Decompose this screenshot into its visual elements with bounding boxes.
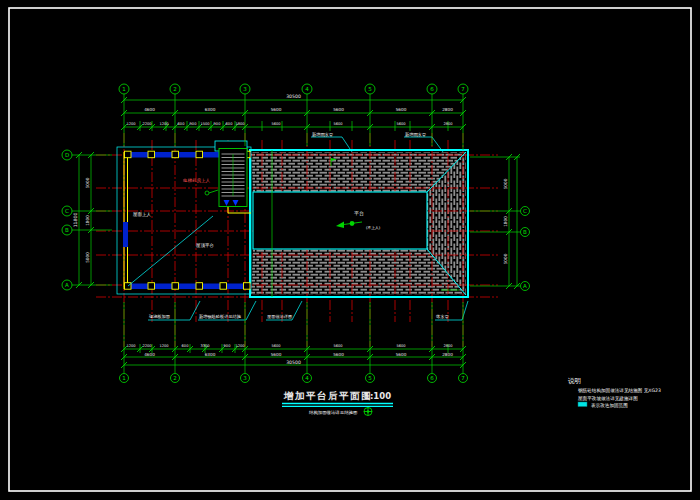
annotation-text: 屋面做法详图 [267,314,292,319]
grid-bubble-bottom [120,374,468,383]
staircase [219,149,247,207]
notes-block: 说明 钢筋砼结构加固做法详见结施图 见XG23 屋面平改坡做法详见建施详图 表示… [568,377,661,409]
svg-text:600: 600 [182,344,190,348]
svg-text:4600: 4600 [144,107,155,112]
svg-text:30500: 30500 [286,360,301,365]
notes-line: 屋面平改坡做法详见建施详图 [577,395,638,402]
svg-text:1200: 1200 [159,122,169,126]
grid-label: 7 [461,375,465,381]
label-court-sub: (不上人) [366,225,381,230]
svg-text:1800: 1800 [235,122,245,126]
svg-text:5600: 5600 [271,107,282,112]
grid-bubble-left [62,150,72,290]
left-wall-window [123,222,128,247]
grid-label: 6 [430,86,434,92]
detail-reference-icon [364,408,372,416]
slope-symbol-icon [205,190,218,195]
svg-text:1500: 1500 [200,122,210,126]
grid-bubble-top [119,84,468,94]
grid-label: 7 [461,86,465,92]
bottom-wall [124,284,251,290]
label-machine-room: 电梯机房上人 [183,178,211,183]
grid-label: C [523,208,527,214]
svg-text:2800: 2800 [442,107,453,112]
title-sub-note: 结构加固做法详见结施图 [309,410,357,416]
grid-label: B [65,227,69,233]
grid-label: D [65,152,69,158]
annotation-text: 现浇板加固 [149,314,170,319]
svg-text:5600: 5600 [396,107,407,112]
svg-text:2800: 2800 [443,122,453,126]
svg-text:30500: 30500 [286,94,301,99]
legend-label: 表示改造加固范围 [591,402,628,409]
svg-text:5600: 5600 [271,122,281,126]
svg-text:3300: 3300 [200,344,210,348]
svg-text:5600: 5600 [271,352,282,357]
svg-text:5000: 5000 [85,177,90,188]
grid-label: 4 [305,375,309,381]
grid-label: 5 [368,86,372,92]
svg-text:5000: 5000 [85,252,90,263]
svg-text:2200: 2200 [142,122,152,126]
drawing-scale: 1:100 [364,391,391,401]
svg-text:6300: 6300 [205,107,216,112]
left-wall [124,152,128,289]
annotation-text: 落水管 [436,314,449,319]
svg-text:2200: 2200 [142,344,152,348]
annotation-text: 新增钢筋砼板详见结施 [199,314,242,320]
svg-text:4600: 4600 [144,352,155,357]
svg-text:1200: 1200 [126,122,136,126]
notes-heading: 说明 [568,377,581,385]
svg-text:5600: 5600 [333,107,344,112]
label-roof-access: 屋面上人 [133,212,152,217]
label-terrace: 屋顶平台 [196,243,214,248]
svg-text:1800: 1800 [85,215,90,226]
svg-text:1200: 1200 [126,344,136,348]
title-block: 增加平台后平面图 1:100 结构加固做法详见结施图 [282,390,393,416]
notes-line: 钢筋砼结构加固做法详见结施图 见XG23 [578,387,661,394]
grid-label: 5 [368,375,372,381]
label-court: 平台 [354,210,364,216]
annotation-text: 新增雨水管 [405,132,427,137]
svg-text:5000: 5000 [503,253,508,264]
title-underline [282,404,393,407]
svg-text:5600: 5600 [333,344,343,348]
grid-label: 2 [173,375,177,381]
cad-sheet: 电梯机房上人 屋面上人 屋顶平台 平台 (不上人) 新增雨水管 新增雨水管 现浇… [0,0,700,500]
svg-text:900: 900 [224,344,232,348]
svg-text:1200: 1200 [235,344,245,348]
svg-text:5600: 5600 [396,352,407,357]
grid-label: 3 [243,86,247,92]
cad-drawing-canvas: 电梯机房上人 屋面上人 屋顶平台 平台 (不上人) 新增雨水管 新增雨水管 现浇… [0,0,700,500]
svg-text:900: 900 [214,122,222,126]
drawing-title: 增加平台后平面图 [283,390,372,401]
annotation-text: 新增雨水管 [312,132,334,137]
grid-label: A [523,283,527,289]
grid-bubble-right [521,207,530,291]
grid-label: 2 [173,86,177,92]
svg-text:5600: 5600 [271,344,281,348]
grid-label: 3 [243,375,247,381]
grid-label: 1 [122,86,126,92]
svg-text:600: 600 [226,122,234,126]
grid-label: 6 [430,375,434,381]
grid-label: A [65,282,69,288]
grid-label: 4 [305,86,309,92]
svg-text:600: 600 [178,122,186,126]
svg-text:6300: 6300 [205,352,216,357]
svg-text:5600: 5600 [396,344,406,348]
svg-text:2800: 2800 [442,352,453,357]
slope-diagonal [128,216,213,286]
svg-text:5600: 5600 [333,352,344,357]
grid-label: B [523,229,527,235]
svg-text:2800: 2800 [443,344,453,348]
svg-text:5600: 5600 [333,122,343,126]
grid-label: C [65,208,69,214]
legend-swatch [578,402,587,407]
svg-text:11800: 11800 [73,213,78,228]
grid-label: 1 [122,375,126,381]
svg-text:5000: 5000 [503,178,508,189]
svg-text:5600: 5600 [396,122,406,126]
svg-text:900: 900 [190,122,198,126]
svg-text:1200: 1200 [159,344,169,348]
